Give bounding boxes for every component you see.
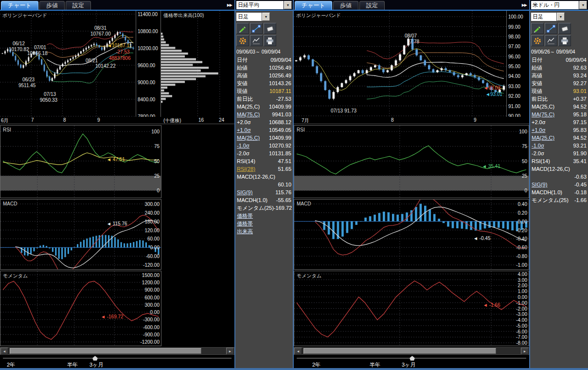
range-preset[interactable]: 3ヶ月	[402, 361, 415, 369]
data-row[interactable]: MA(25,C)94.52	[530, 134, 588, 142]
left-rsi-panel[interactable]: RSI 1007550250◄ 47.51	[0, 125, 161, 198]
data-row[interactable]: 出来高	[235, 227, 293, 235]
left-tab-settings[interactable]: 設定	[66, 1, 91, 10]
left-tab-chart[interactable]: チャート	[1, 1, 38, 10]
settings-gear-icon[interactable]	[531, 35, 544, 46]
right-macd-panel[interactable]: MACD 0.400.200.00-0.20-0.40-0.60-0.80-1.…	[294, 199, 529, 270]
data-row: 日付09/09/04	[235, 56, 293, 64]
left-price-chart[interactable]: ボリンジャーバンド 06/1210170.8207/0110066.1808/3…	[0, 11, 136, 117]
range-preset[interactable]: 半年	[370, 361, 380, 369]
data-row: MA(25,C)94.52	[530, 103, 588, 111]
axis-label: 7月	[302, 117, 309, 124]
scroll-left-icon[interactable]: ◄	[294, 348, 302, 354]
right-horizontal-scrollbar[interactable]: ◄ ►	[294, 347, 529, 355]
left-tab-quotes[interactable]: 歩値	[39, 1, 65, 10]
pencil-tool-icon[interactable]	[236, 23, 249, 34]
data-row[interactable]: MA(75,C)9941.03	[235, 111, 293, 118]
data-row: MACD(12-26,C)	[530, 165, 588, 173]
data-row[interactable]: +1.0σ95.83	[530, 126, 588, 134]
right-range-slider[interactable]	[294, 355, 529, 361]
data-row: 安値92.27	[530, 79, 588, 87]
settings-gear-icon[interactable]	[236, 35, 249, 46]
chevron-down-icon[interactable]: ▼	[557, 13, 565, 21]
data-row: MACDH(1.0)-0.18	[530, 188, 588, 196]
data-row[interactable]: -1.0σ10270.92	[235, 142, 293, 149]
chevron-down-icon[interactable]: ▼	[579, 1, 587, 9]
pencil-tool-icon[interactable]	[531, 23, 544, 34]
eraser-tool-icon[interactable]	[264, 23, 276, 34]
indicator-chart-icon[interactable]	[545, 35, 557, 46]
chevron-down-icon[interactable]: ▼	[284, 1, 292, 9]
slider-handle[interactable]	[410, 356, 415, 361]
panel-title: RSI	[297, 127, 305, 132]
data-row[interactable]: SIG(9)-0.45	[530, 181, 588, 188]
scrollbar-track[interactable]	[8, 348, 226, 354]
scroll-right-icon[interactable]: ►	[226, 348, 234, 354]
left-range-labels: 2年半年3ヶ月	[0, 361, 234, 368]
range-preset[interactable]: 2年	[7, 361, 15, 369]
indicator-chart-icon[interactable]	[250, 35, 263, 46]
chevron-down-icon[interactable]: ▼	[262, 13, 270, 21]
trendline-tool-icon[interactable]	[250, 23, 263, 34]
data-row[interactable]: +1.0σ10549.05	[235, 126, 293, 134]
axis-label: 6月	[1, 117, 9, 124]
left-period-row: 日足 ▼	[235, 11, 293, 22]
data-row[interactable]: 価格帯	[235, 212, 293, 220]
scroll-left-icon[interactable]: ◄	[0, 348, 8, 354]
data-row[interactable]: MA(25,C)10409.99	[235, 134, 293, 142]
right-tab-chart[interactable]: チャート	[295, 1, 332, 10]
left-momentum-panel[interactable]: モメンタム 1500.001200.00900.00600.00300.000.…	[0, 271, 161, 346]
scroll-right-icon[interactable]: ►	[521, 348, 529, 354]
data-row[interactable]: MA(75,C)95.18	[530, 111, 588, 118]
trendline-tool-icon[interactable]	[545, 23, 557, 34]
fast-forward-icon[interactable]: ▶▶	[522, 3, 529, 7]
right-tab-settings[interactable]: 設定	[359, 1, 385, 10]
axis-label: 9	[474, 117, 477, 123]
axis-label: 8	[391, 117, 394, 123]
print-icon[interactable]	[264, 35, 276, 46]
print-icon[interactable]	[558, 35, 571, 46]
panel-title: MACD	[3, 201, 17, 206]
data-row[interactable]: -1.0σ93.21	[530, 142, 588, 149]
left-horizontal-scrollbar[interactable]: ◄ ►	[0, 347, 234, 355]
axis-label: 98.00	[508, 34, 520, 39]
right-period-select[interactable]: 日足	[531, 13, 556, 21]
data-row[interactable]: 価格帯	[235, 220, 293, 227]
left-instrument-select[interactable]: 日経平均	[236, 1, 284, 9]
right-indicator-rows: 日付09/09/04始値92.63高値93.24安値92.27現値93.01前日…	[530, 56, 588, 368]
panel-title: モメンタム	[297, 273, 321, 279]
left-macd-panel[interactable]: MACD 300.00240.00180.00120.0060.000.00-6…	[0, 199, 161, 270]
range-preset[interactable]: 3ヶ月	[89, 361, 103, 369]
axis-label: 99.00	[508, 24, 520, 30]
right-rsi-panel[interactable]: RSI 1007550250◄ 35.41	[294, 125, 529, 198]
period-value: 日足	[238, 13, 249, 20]
left-period-select[interactable]: 日足	[236, 13, 262, 21]
data-row[interactable]: SIG(9)115.76	[235, 188, 293, 196]
scrollbar-thumb[interactable]	[303, 348, 496, 354]
scrollbar-thumb[interactable]	[10, 348, 201, 354]
panel-title: ボリンジャーバンド	[2, 12, 47, 19]
eraser-tool-icon[interactable]	[558, 23, 571, 34]
left-range-slider[interactable]	[0, 355, 234, 361]
axis-label: 94.00	[508, 74, 520, 79]
scrollbar-track[interactable]	[302, 348, 521, 354]
right-period-row: 日足 ▼	[530, 11, 588, 22]
range-preset[interactable]: 半年	[67, 361, 78, 369]
right-price-row: ボリンジャーバンド 08/0797.78◄93.03◄93.0107/1391.…	[294, 11, 529, 117]
right-price-chart[interactable]: ボリンジャーバンド 08/0797.78◄93.03◄93.0107/1391.…	[294, 11, 507, 117]
right-tab-quotes[interactable]: 歩値	[333, 1, 358, 10]
right-instrument-select[interactable]: 米ドル・円	[531, 1, 579, 9]
panel-title: モメンタム	[3, 273, 28, 279]
range-preset[interactable]: 2年	[312, 361, 321, 369]
axis-label: 8	[63, 117, 66, 123]
right-momentum-panel[interactable]: モメンタム 4.003.002.001.000.00-1.00-2.00-3.0…	[294, 271, 529, 346]
panel-title: ボリンジャーバンド	[296, 12, 341, 19]
fast-forward-icon[interactable]: ▶▶	[227, 3, 234, 7]
right-tool-buttons	[530, 22, 575, 47]
axis-label: 97.00	[508, 44, 520, 49]
right-tabbar: チャート 歩値 設定 ▶▶	[294, 0, 529, 11]
data-row: -2.0σ91.90	[530, 149, 588, 157]
slider-handle[interactable]	[92, 356, 98, 361]
data-row: モメンタム(25)-1.66	[530, 196, 588, 204]
data-row[interactable]: RSI(28)51.65	[235, 165, 293, 173]
